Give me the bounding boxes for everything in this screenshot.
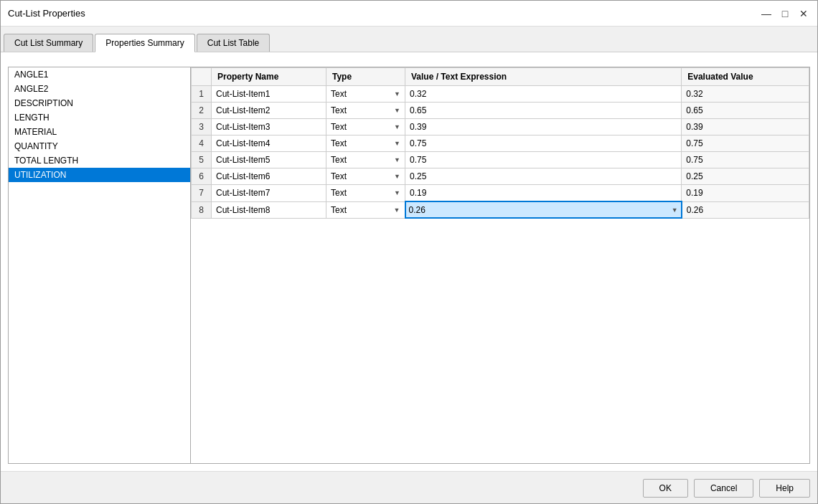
window-title: Cut-List Properties [8,8,85,19]
type-cell[interactable]: Text▼ [326,135,405,152]
evaluated-value-cell: 0.75 [682,152,809,168]
table-row: 2Cut-List-Item2Text▼0.650.65 [192,103,809,119]
value-cell[interactable]: 0.75 [405,135,682,152]
property-name-cell[interactable]: Cut-List-Item5 [212,152,326,168]
evaluated-value-cell: 0.26 [682,201,809,218]
table-row: 3Cut-List-Item3Text▼0.390.39 [192,119,809,135]
close-button[interactable]: ✕ [797,7,810,20]
main-window: Cut-List Properties — □ ✕ Cut List Summa… [0,0,818,504]
title-bar: Cut-List Properties — □ ✕ [1,1,817,27]
property-name-cell[interactable]: Cut-List-Item4 [212,135,326,152]
table-row: 6Cut-List-Item6Text▼0.250.25 [192,168,809,185]
value-cell[interactable]: 0.39 [405,119,682,135]
value-cell[interactable]: 0.25 [405,168,682,185]
type-cell[interactable]: Text▼ [326,119,405,135]
type-cell[interactable]: Text▼ [326,103,405,119]
tab-properties-summary[interactable]: Properties Summary [95,34,194,52]
table-header-row: Property Name Type Value / Text Expressi… [192,68,809,86]
value-cell[interactable]: 0.26▼ [405,201,682,218]
value-cell[interactable]: 0.75 [405,152,682,168]
row-number: 5 [192,152,212,168]
col-header-evaluated: Evaluated Value [682,68,809,86]
row-number: 1 [192,86,212,103]
ok-button[interactable]: OK [643,479,688,498]
left-panel: ANGLE1ANGLE2DESCRIPTIONLENGTHMATERIALQUA… [8,67,191,464]
type-cell[interactable]: Text▼ [326,168,405,185]
row-number: 7 [192,185,212,202]
value-cell[interactable]: 0.65 [405,103,682,119]
type-dropdown-arrow: ▼ [394,107,400,114]
tab-content: ANGLE1ANGLE2DESCRIPTIONLENGTHMATERIALQUA… [1,52,817,471]
col-header-type: Type [326,68,405,86]
row-number: 3 [192,119,212,135]
value-cell[interactable]: 0.32 [405,86,682,103]
value-cell[interactable]: 0.19 [405,185,682,202]
left-panel-item[interactable]: TOTAL LENGTH [9,153,190,168]
evaluated-value-cell: 0.25 [682,168,809,185]
property-name-cell[interactable]: Cut-List-Item8 [212,201,326,218]
left-panel-item[interactable]: QUANTITY [9,139,190,153]
type-cell[interactable]: Text▼ [326,152,405,168]
left-panel-item[interactable]: MATERIAL [9,125,190,139]
evaluated-value-cell: 0.75 [682,135,809,152]
table-row: 8Cut-List-Item8Text▼0.26▼0.26 [192,201,809,218]
col-header-num [192,68,212,86]
row-number: 6 [192,168,212,185]
left-panel-item[interactable]: UTILIZATION [9,168,190,182]
left-panel-item[interactable]: ANGLE2 [9,82,190,96]
left-panel-item[interactable]: LENGTH [9,110,190,125]
col-header-value: Value / Text Expression [405,68,682,86]
table-row: 4Cut-List-Item4Text▼0.750.75 [192,135,809,152]
type-cell[interactable]: Text▼ [326,201,405,218]
row-number: 4 [192,135,212,152]
evaluated-value-cell: 0.19 [682,185,809,202]
evaluated-value-cell: 0.39 [682,119,809,135]
table-row: 7Cut-List-Item7Text▼0.190.19 [192,185,809,202]
type-dropdown-arrow: ▼ [394,173,400,180]
type-cell[interactable]: Text▼ [326,185,405,202]
property-name-cell[interactable]: Cut-List-Item2 [212,103,326,119]
left-panel-item[interactable]: DESCRIPTION [9,96,190,110]
col-header-property-name: Property Name [212,68,326,86]
properties-table: Property Name Type Value / Text Expressi… [191,67,809,219]
evaluated-value-cell: 0.32 [682,86,809,103]
type-dropdown-arrow: ▼ [394,206,400,214]
maximize-button[interactable]: □ [779,7,791,20]
tab-bar: Cut List Summary Properties Summary Cut … [1,27,817,52]
type-dropdown-arrow: ▼ [394,90,400,98]
row-number: 2 [192,103,212,119]
type-cell[interactable]: Text▼ [326,86,405,103]
help-button[interactable]: Help [759,479,810,498]
type-dropdown-arrow: ▼ [394,140,400,147]
minimize-button[interactable]: — [760,7,773,20]
type-dropdown-arrow: ▼ [394,123,400,130]
type-dropdown-arrow: ▼ [394,156,400,163]
footer: OK Cancel Help [1,471,817,503]
tab-cut-list-summary[interactable]: Cut List Summary [4,34,93,52]
property-name-cell[interactable]: Cut-List-Item7 [212,185,326,202]
table-row: 5Cut-List-Item5Text▼0.750.75 [192,152,809,168]
property-name-cell[interactable]: Cut-List-Item6 [212,168,326,185]
property-name-cell[interactable]: Cut-List-Item3 [212,119,326,135]
left-panel-item[interactable]: ANGLE1 [9,67,190,82]
value-dropdown-arrow: ▼ [672,206,678,214]
type-dropdown-arrow: ▼ [394,189,400,196]
property-name-cell[interactable]: Cut-List-Item1 [212,86,326,103]
right-panel: Property Name Type Value / Text Expressi… [191,67,810,464]
title-bar-controls: — □ ✕ [760,7,810,20]
row-number: 8 [192,201,212,218]
tab-cut-list-table[interactable]: Cut List Table [197,34,271,52]
cancel-button[interactable]: Cancel [694,479,753,498]
table-row: 1Cut-List-Item1Text▼0.320.32 [192,86,809,103]
evaluated-value-cell: 0.65 [682,103,809,119]
main-area: ANGLE1ANGLE2DESCRIPTIONLENGTHMATERIALQUA… [8,67,810,464]
